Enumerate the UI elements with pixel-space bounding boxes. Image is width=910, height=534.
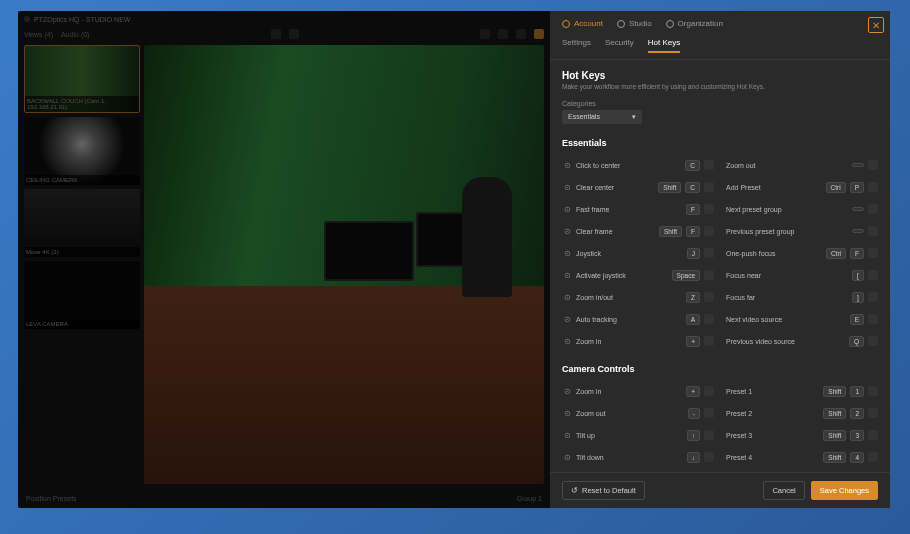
- edit-hotkey-button[interactable]: [704, 336, 714, 346]
- titlebar: PTZOptics HQ - STUDIO NEW: [18, 11, 550, 27]
- hotkey-row: One-push focusCtrlF: [726, 244, 878, 262]
- tab-account[interactable]: Account: [562, 19, 603, 28]
- key-badge: C: [685, 160, 700, 171]
- key-badge: Shift: [659, 226, 682, 237]
- audio-label[interactable]: Audio (0): [61, 31, 89, 38]
- hotkey-name: Previous video source: [726, 338, 845, 345]
- key-badge: P: [850, 182, 864, 193]
- hotkey-name: Clear center: [576, 184, 654, 191]
- panel-scroll[interactable]: Hot Keys Make your workflow more efficie…: [550, 60, 890, 472]
- key-badge: Shift: [823, 386, 846, 397]
- edit-hotkey-button[interactable]: [704, 160, 714, 170]
- hotkey-row: Preset 2Shift2: [726, 404, 878, 422]
- tab-organization[interactable]: Organization: [666, 19, 723, 28]
- hotkey-name: Click to center: [576, 162, 681, 169]
- hotkey-row: ⊙Tilt down↓: [562, 448, 714, 466]
- thumb-label: LEVA CAMERA: [24, 319, 140, 329]
- tab-settings[interactable]: Settings: [562, 38, 591, 53]
- toolbar: Views (4) Audio (0): [18, 27, 550, 41]
- edit-hotkey-button[interactable]: [704, 182, 714, 192]
- categories-select[interactable]: Essentials▾: [562, 110, 642, 124]
- edit-hotkey-button[interactable]: [704, 248, 714, 258]
- edit-hotkey-button[interactable]: [704, 204, 714, 214]
- tool-icon-3[interactable]: [516, 29, 526, 39]
- tool-icon-1[interactable]: [480, 29, 490, 39]
- camera-thumb[interactable]: BACKWALL COUCH (Cam 1, 192.168.21.91): [24, 45, 140, 113]
- edit-hotkey-button[interactable]: [704, 452, 714, 462]
- edit-hotkey-button[interactable]: [704, 226, 714, 236]
- edit-hotkey-button[interactable]: [868, 248, 878, 258]
- layout-list-icon[interactable]: [289, 29, 299, 39]
- sub-tabs: Settings Security Hot Keys: [550, 28, 890, 60]
- key-badge: F: [850, 248, 864, 259]
- edit-hotkey-button[interactable]: [868, 270, 878, 280]
- key-badge: Shift: [658, 182, 681, 193]
- key-badge: ↓: [687, 452, 700, 463]
- hotkey-name: Zoom in/out: [576, 294, 682, 301]
- edit-hotkey-button[interactable]: [868, 182, 878, 192]
- panel-buttons: ↺Reset to Default Cancel Save Changes: [550, 472, 890, 508]
- hotkey-row: Preset 4Shift4: [726, 448, 878, 466]
- user-icon: [562, 20, 570, 28]
- edit-hotkey-button[interactable]: [704, 292, 714, 302]
- edit-hotkey-button[interactable]: [868, 226, 878, 236]
- camera-thumb[interactable]: LEVA CAMERA: [24, 261, 140, 329]
- camera-thumb[interactable]: CEILING CAMERA: [24, 117, 140, 185]
- edit-hotkey-button[interactable]: [704, 270, 714, 280]
- cancel-button[interactable]: Cancel: [763, 481, 804, 500]
- key-badge: 2: [850, 408, 864, 419]
- action-icon: ⊙: [562, 408, 572, 418]
- hotkey-name: Tilt up: [576, 432, 683, 439]
- edit-hotkey-button[interactable]: [868, 336, 878, 346]
- edit-hotkey-button[interactable]: [704, 386, 714, 396]
- key-badge: +: [686, 386, 700, 397]
- tab-hotkeys[interactable]: Hot Keys: [648, 38, 680, 53]
- thumb-label: Move 4K (2): [24, 247, 140, 257]
- app-icon: [24, 16, 30, 22]
- edit-hotkey-button[interactable]: [868, 292, 878, 302]
- tab-studio[interactable]: Studio: [617, 19, 652, 28]
- reset-button[interactable]: ↺Reset to Default: [562, 481, 645, 500]
- tool-icon-2[interactable]: [498, 29, 508, 39]
- key-badge: [852, 207, 864, 211]
- key-badge: 3: [850, 430, 864, 441]
- key-badge: Q: [849, 336, 864, 347]
- record-icon[interactable]: [534, 29, 544, 39]
- tab-security[interactable]: Security: [605, 38, 634, 53]
- hotkey-name: Clear frame: [576, 228, 655, 235]
- camera-thumb[interactable]: Move 4K (2): [24, 189, 140, 257]
- hotkey-row: Previous preset group: [726, 222, 878, 240]
- edit-hotkey-button[interactable]: [868, 160, 878, 170]
- hotkey-name: Focus near: [726, 272, 848, 279]
- hotkey-row: ⊙JoystickJ: [562, 244, 714, 262]
- key-badge: ]: [852, 292, 864, 303]
- hotkey-name: Preset 2: [726, 410, 819, 417]
- edit-hotkey-button[interactable]: [868, 204, 878, 214]
- views-label[interactable]: Views (4): [24, 31, 53, 38]
- key-badge: [852, 229, 864, 233]
- edit-hotkey-button[interactable]: [868, 408, 878, 418]
- hotkey-row: Preset 3Shift3: [726, 426, 878, 444]
- key-badge: -: [688, 408, 700, 419]
- key-badge: +: [686, 336, 700, 347]
- edit-hotkey-button[interactable]: [868, 452, 878, 462]
- edit-hotkey-button[interactable]: [868, 314, 878, 324]
- section-essentials: Essentials: [562, 138, 878, 148]
- edit-hotkey-button[interactable]: [704, 430, 714, 440]
- close-button[interactable]: ✕: [868, 17, 884, 33]
- org-icon: [666, 20, 674, 28]
- presets-label: Position Presets: [26, 495, 77, 502]
- camera-preview[interactable]: [144, 45, 544, 484]
- hotkey-row: ⊙Zoom in/outZ: [562, 288, 714, 306]
- save-button[interactable]: Save Changes: [811, 481, 878, 500]
- key-badge: Shift: [823, 408, 846, 419]
- edit-hotkey-button[interactable]: [868, 386, 878, 396]
- edit-hotkey-button[interactable]: [704, 314, 714, 324]
- layout-grid-icon[interactable]: [271, 29, 281, 39]
- hotkey-row: Zoom out: [726, 156, 878, 174]
- key-badge: C: [685, 182, 700, 193]
- edit-hotkey-button[interactable]: [704, 408, 714, 418]
- edit-hotkey-button[interactable]: [868, 430, 878, 440]
- hotkey-row: Previous video sourceQ: [726, 332, 878, 350]
- hotkey-name: Previous preset group: [726, 228, 848, 235]
